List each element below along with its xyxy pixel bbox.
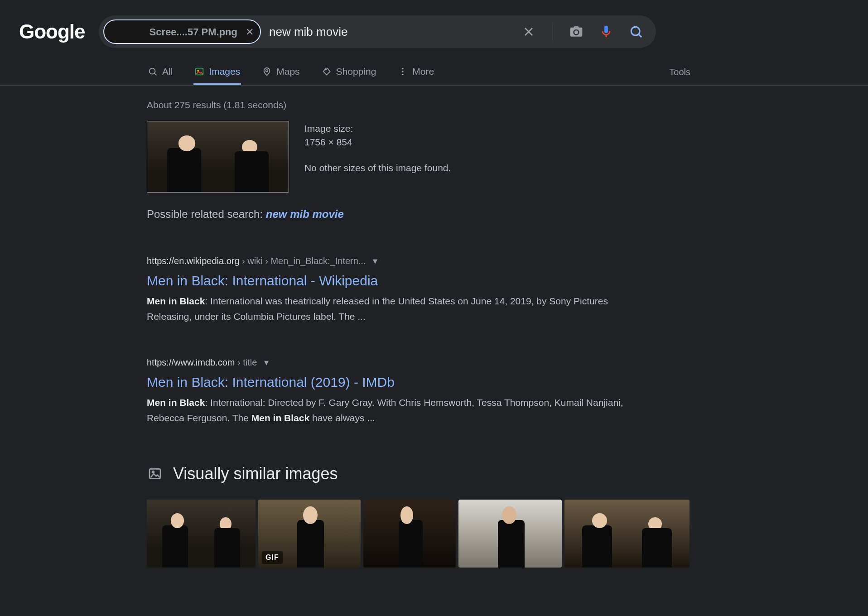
result-options-icon[interactable]: ▾: [264, 357, 269, 367]
tab-maps-label: Maps: [276, 64, 299, 79]
result-host: https://en.wikipedia.org: [147, 256, 240, 266]
svg-point-4: [266, 70, 268, 72]
result-path: › title: [235, 357, 257, 367]
tools-button[interactable]: Tools: [669, 65, 690, 79]
search-input[interactable]: [261, 25, 515, 39]
related-label: Possible related search:: [147, 208, 266, 220]
search-bar: Scree....57 PM.png ✕: [99, 15, 656, 48]
result-snippet: Men in Black: International: Directed by…: [147, 395, 636, 425]
result-host: https://www.imdb.com: [147, 357, 235, 367]
google-logo[interactable]: Google: [19, 17, 85, 47]
search-result: https://en.wikipedia.org › wiki › Men_in…: [147, 254, 645, 324]
similar-image[interactable]: [363, 500, 456, 568]
search-tabs: All Images Maps Shopping More Tools: [147, 60, 690, 85]
tab-more-label: More: [412, 64, 434, 79]
similar-image[interactable]: GIF: [258, 500, 361, 568]
result-snippet: Men in Black: International was theatric…: [147, 294, 636, 324]
image-dimensions: 1756 × 854: [304, 135, 451, 149]
mic-icon[interactable]: [598, 24, 614, 40]
tab-images[interactable]: Images: [193, 60, 241, 85]
result-title-link[interactable]: Men in Black: International (2019) - IMD…: [147, 375, 395, 390]
svg-point-8: [402, 74, 404, 75]
image-chip[interactable]: Scree....57 PM.png ✕: [103, 19, 261, 44]
searchbar-divider: [552, 23, 553, 41]
search-result: https://www.imdb.com › title ▾ Men in Bl…: [147, 356, 645, 425]
search-icon[interactable]: [628, 24, 644, 40]
visually-similar-title: Visually similar images: [173, 462, 338, 486]
image-chip-thumb: [108, 23, 145, 40]
tab-shopping-label: Shopping: [336, 64, 376, 79]
tab-shopping[interactable]: Shopping: [321, 60, 377, 85]
svg-point-7: [402, 71, 404, 72]
image-chip-filename: Scree....57 PM.png: [149, 24, 237, 39]
similar-image[interactable]: [458, 500, 562, 568]
result-options-icon[interactable]: ▾: [373, 256, 377, 266]
image-section-icon: [147, 466, 163, 482]
source-image-thumb[interactable]: [147, 121, 289, 192]
result-title-link[interactable]: Men in Black: International - Wikipedia: [147, 273, 378, 288]
tab-all[interactable]: All: [147, 60, 174, 85]
tab-more[interactable]: More: [397, 60, 435, 85]
no-other-sizes: No other sizes of this image found.: [304, 161, 451, 175]
svg-point-5: [325, 69, 326, 70]
svg-point-1: [149, 68, 155, 74]
related-search: Possible related search: new mib movie: [147, 206, 690, 222]
similar-image[interactable]: [564, 500, 690, 568]
svg-point-6: [402, 68, 404, 69]
image-chip-remove-icon[interactable]: ✕: [246, 24, 254, 39]
visually-similar-row: GIF: [147, 500, 690, 568]
svg-point-10: [152, 471, 154, 473]
tab-all-label: All: [162, 64, 173, 79]
clear-icon[interactable]: [521, 24, 537, 40]
result-stats: About 275 results (1.81 seconds): [147, 98, 690, 112]
gif-badge: GIF: [262, 551, 283, 564]
similar-image[interactable]: [147, 500, 256, 568]
tab-maps[interactable]: Maps: [261, 60, 300, 85]
image-size-label: Image size:: [304, 122, 451, 135]
camera-icon[interactable]: [568, 24, 584, 40]
tab-images-label: Images: [209, 64, 240, 79]
svg-point-0: [631, 27, 640, 35]
related-link[interactable]: new mib movie: [266, 208, 344, 220]
result-path: › wiki › Men_in_Black:_Intern...: [240, 256, 366, 266]
